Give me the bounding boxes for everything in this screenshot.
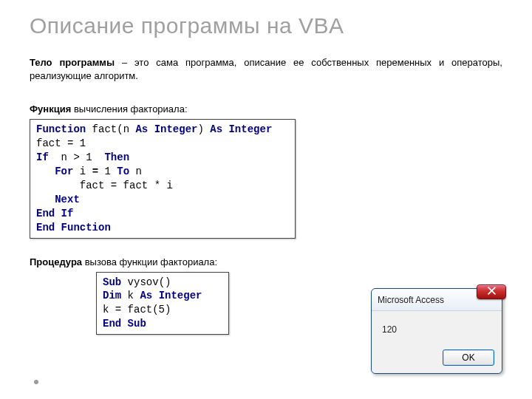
function-label: Функция вычисления факториала:	[30, 103, 502, 115]
message-box: Microsoft Access 120 OK	[371, 288, 502, 374]
code-procedure: Sub vysov() Dim k As Integer k = fact(5)…	[96, 272, 229, 335]
message-box-titlebar: Microsoft Access	[372, 289, 502, 311]
close-button[interactable]	[477, 284, 506, 299]
procedure-label: Процедура вызова функции факториала:	[30, 256, 502, 267]
message-box-footer: OK	[372, 345, 502, 373]
message-box-body: 120	[372, 311, 502, 345]
intro-text: Тело программы – это сама программа, опи…	[30, 56, 502, 83]
code-function: Function fact(n As Integer) As Integer f…	[30, 119, 296, 238]
message-box-title: Microsoft Access	[378, 295, 444, 305]
close-icon	[488, 287, 496, 297]
ok-button[interactable]: OK	[443, 349, 494, 366]
decorative-dot	[34, 380, 38, 384]
page-title: Описание программы на VBA	[30, 13, 502, 38]
